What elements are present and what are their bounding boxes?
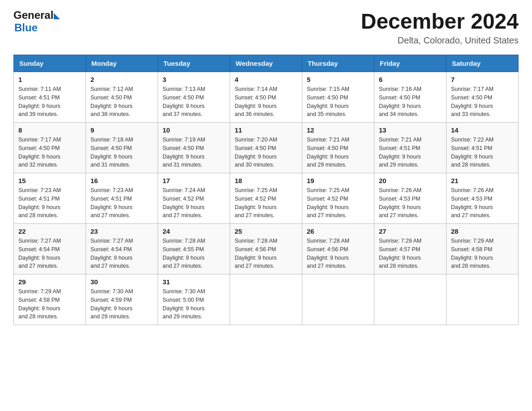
- table-row: 5Sunrise: 7:15 AMSunset: 4:50 PMDaylight…: [302, 72, 374, 123]
- day-number: 19: [307, 177, 369, 184]
- day-info: Sunrise: 7:13 AMSunset: 4:50 PMDaylight:…: [163, 85, 225, 119]
- header-thursday: Thursday: [302, 55, 374, 72]
- table-row: 28Sunrise: 7:29 AMSunset: 4:58 PMDayligh…: [446, 224, 519, 274]
- table-row: 21Sunrise: 7:26 AMSunset: 4:53 PMDayligh…: [446, 173, 519, 224]
- day-number: 18: [235, 177, 297, 184]
- header-saturday: Saturday: [446, 55, 519, 72]
- day-info: Sunrise: 7:26 AMSunset: 4:53 PMDaylight:…: [379, 186, 442, 220]
- day-number: 29: [18, 278, 81, 286]
- table-row: 22Sunrise: 7:27 AMSunset: 4:54 PMDayligh…: [14, 224, 86, 274]
- day-info: Sunrise: 7:23 AMSunset: 4:51 PMDaylight:…: [18, 186, 81, 220]
- table-row: 14Sunrise: 7:22 AMSunset: 4:51 PMDayligh…: [446, 123, 519, 173]
- table-row: 25Sunrise: 7:28 AMSunset: 4:56 PMDayligh…: [230, 224, 302, 274]
- day-info: Sunrise: 7:19 AMSunset: 4:50 PMDaylight:…: [163, 136, 225, 169]
- table-row: 1Sunrise: 7:11 AMSunset: 4:51 PMDaylight…: [14, 72, 86, 123]
- table-row: 24Sunrise: 7:28 AMSunset: 4:55 PMDayligh…: [158, 224, 230, 274]
- day-number: 15: [18, 177, 81, 184]
- table-row: [230, 274, 302, 325]
- table-row: [446, 274, 519, 325]
- table-row: [302, 274, 374, 325]
- day-number: 24: [163, 227, 225, 235]
- table-row: 17Sunrise: 7:24 AMSunset: 4:52 PMDayligh…: [158, 173, 230, 224]
- day-number: 25: [235, 227, 297, 235]
- table-row: [374, 274, 446, 325]
- day-info: Sunrise: 7:16 AMSunset: 4:50 PMDaylight:…: [379, 85, 442, 119]
- table-row: 8Sunrise: 7:17 AMSunset: 4:50 PMDaylight…: [14, 123, 86, 173]
- day-info: Sunrise: 7:28 AMSunset: 4:56 PMDaylight:…: [307, 237, 369, 270]
- day-info: Sunrise: 7:14 AMSunset: 4:50 PMDaylight:…: [235, 85, 297, 119]
- day-info: Sunrise: 7:17 AMSunset: 4:50 PMDaylight:…: [451, 85, 514, 119]
- day-info: Sunrise: 7:27 AMSunset: 4:54 PMDaylight:…: [18, 237, 81, 270]
- page-header: General Blue December 2024 Delta, Colora…: [13, 9, 519, 46]
- day-info: Sunrise: 7:30 AMSunset: 5:00 PMDaylight:…: [163, 287, 225, 321]
- table-row: 13Sunrise: 7:21 AMSunset: 4:51 PMDayligh…: [374, 123, 446, 173]
- day-info: Sunrise: 7:30 AMSunset: 4:59 PMDaylight:…: [90, 287, 153, 321]
- calendar-subtitle: Delta, Colorado, United States: [361, 35, 519, 46]
- day-info: Sunrise: 7:12 AMSunset: 4:50 PMDaylight:…: [90, 85, 153, 119]
- calendar-header-row: Sunday Monday Tuesday Wednesday Thursday…: [14, 55, 519, 72]
- table-row: 7Sunrise: 7:17 AMSunset: 4:50 PMDaylight…: [446, 72, 519, 123]
- day-number: 28: [451, 227, 514, 235]
- day-number: 23: [90, 227, 153, 235]
- day-info: Sunrise: 7:25 AMSunset: 4:52 PMDaylight:…: [235, 186, 297, 220]
- day-number: 12: [307, 126, 369, 134]
- calendar-week-row: 22Sunrise: 7:27 AMSunset: 4:54 PMDayligh…: [14, 224, 519, 274]
- day-number: 8: [18, 126, 81, 134]
- table-row: 26Sunrise: 7:28 AMSunset: 4:56 PMDayligh…: [302, 224, 374, 274]
- table-row: 4Sunrise: 7:14 AMSunset: 4:50 PMDaylight…: [230, 72, 302, 123]
- calendar-week-row: 15Sunrise: 7:23 AMSunset: 4:51 PMDayligh…: [14, 173, 519, 224]
- logo-text-general: General: [13, 9, 53, 21]
- day-info: Sunrise: 7:11 AMSunset: 4:51 PMDaylight:…: [18, 85, 81, 119]
- day-number: 31: [163, 278, 225, 286]
- day-number: 21: [451, 177, 514, 184]
- calendar-table: Sunday Monday Tuesday Wednesday Thursday…: [13, 55, 519, 325]
- table-row: 27Sunrise: 7:29 AMSunset: 4:57 PMDayligh…: [374, 224, 446, 274]
- table-row: 9Sunrise: 7:18 AMSunset: 4:50 PMDaylight…: [86, 123, 158, 173]
- calendar-week-row: 8Sunrise: 7:17 AMSunset: 4:50 PMDaylight…: [14, 123, 519, 173]
- day-number: 7: [451, 76, 514, 83]
- table-row: 16Sunrise: 7:23 AMSunset: 4:51 PMDayligh…: [86, 173, 158, 224]
- day-info: Sunrise: 7:20 AMSunset: 4:50 PMDaylight:…: [235, 136, 297, 169]
- day-info: Sunrise: 7:22 AMSunset: 4:51 PMDaylight:…: [451, 136, 514, 169]
- header-friday: Friday: [374, 55, 446, 72]
- day-number: 11: [235, 126, 297, 134]
- calendar-title: December 2024: [361, 9, 519, 34]
- day-info: Sunrise: 7:26 AMSunset: 4:53 PMDaylight:…: [451, 186, 514, 220]
- day-number: 13: [379, 126, 442, 134]
- table-row: 12Sunrise: 7:21 AMSunset: 4:50 PMDayligh…: [302, 123, 374, 173]
- day-info: Sunrise: 7:23 AMSunset: 4:51 PMDaylight:…: [90, 186, 153, 220]
- calendar-week-row: 1Sunrise: 7:11 AMSunset: 4:51 PMDaylight…: [14, 72, 519, 123]
- table-row: 6Sunrise: 7:16 AMSunset: 4:50 PMDaylight…: [374, 72, 446, 123]
- day-number: 22: [18, 227, 81, 235]
- day-number: 10: [163, 126, 225, 134]
- day-info: Sunrise: 7:17 AMSunset: 4:50 PMDaylight:…: [18, 136, 81, 169]
- day-info: Sunrise: 7:29 AMSunset: 4:58 PMDaylight:…: [18, 287, 81, 321]
- header-wednesday: Wednesday: [230, 55, 302, 72]
- day-number: 2: [90, 76, 153, 83]
- table-row: 29Sunrise: 7:29 AMSunset: 4:58 PMDayligh…: [14, 274, 86, 325]
- title-section: December 2024 Delta, Colorado, United St…: [361, 9, 519, 46]
- day-info: Sunrise: 7:29 AMSunset: 4:57 PMDaylight:…: [379, 237, 442, 270]
- day-number: 5: [307, 76, 369, 83]
- table-row: 15Sunrise: 7:23 AMSunset: 4:51 PMDayligh…: [14, 173, 86, 224]
- table-row: 10Sunrise: 7:19 AMSunset: 4:50 PMDayligh…: [158, 123, 230, 173]
- table-row: 23Sunrise: 7:27 AMSunset: 4:54 PMDayligh…: [86, 224, 158, 274]
- day-info: Sunrise: 7:29 AMSunset: 4:58 PMDaylight:…: [451, 237, 514, 270]
- day-number: 27: [379, 227, 442, 235]
- table-row: 11Sunrise: 7:20 AMSunset: 4:50 PMDayligh…: [230, 123, 302, 173]
- day-info: Sunrise: 7:15 AMSunset: 4:50 PMDaylight:…: [307, 85, 369, 119]
- day-info: Sunrise: 7:28 AMSunset: 4:55 PMDaylight:…: [163, 237, 225, 270]
- day-info: Sunrise: 7:21 AMSunset: 4:50 PMDaylight:…: [307, 136, 369, 169]
- logo-triangle-icon: [54, 13, 60, 19]
- table-row: 19Sunrise: 7:25 AMSunset: 4:52 PMDayligh…: [302, 173, 374, 224]
- day-number: 3: [163, 76, 225, 83]
- day-info: Sunrise: 7:25 AMSunset: 4:52 PMDaylight:…: [307, 186, 369, 220]
- day-info: Sunrise: 7:28 AMSunset: 4:56 PMDaylight:…: [235, 237, 297, 270]
- calendar-week-row: 29Sunrise: 7:29 AMSunset: 4:58 PMDayligh…: [14, 274, 519, 325]
- table-row: 3Sunrise: 7:13 AMSunset: 4:50 PMDaylight…: [158, 72, 230, 123]
- logo-text-blue: Blue: [14, 21, 38, 34]
- table-row: 18Sunrise: 7:25 AMSunset: 4:52 PMDayligh…: [230, 173, 302, 224]
- day-number: 20: [379, 177, 442, 184]
- day-info: Sunrise: 7:21 AMSunset: 4:51 PMDaylight:…: [379, 136, 442, 169]
- day-number: 14: [451, 126, 514, 134]
